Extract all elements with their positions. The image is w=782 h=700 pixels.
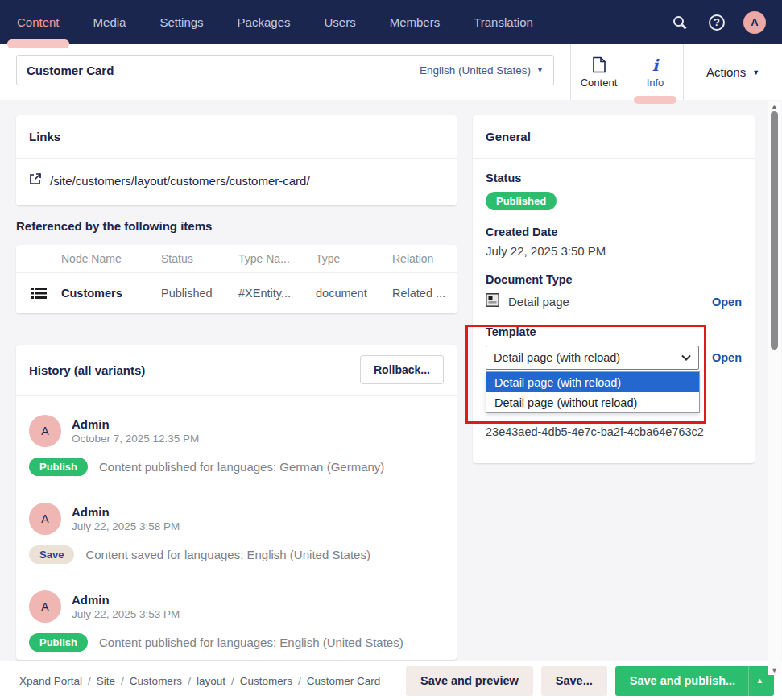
references-table: Node Name Status Type Na... Type Relatio… [16, 245, 457, 313]
top-navigation: Content Media Settings Packages Users Me… [0, 0, 782, 44]
created-date-value: July 22, 2025 3:50 PM [486, 244, 742, 258]
avatar: A [29, 415, 61, 447]
nav-item-users[interactable]: Users [307, 0, 372, 44]
left-column: Links /site/customers/layout/customers/c… [16, 115, 457, 660]
template-label: Template [486, 325, 742, 338]
node-title: Customer Card [27, 64, 114, 77]
nav-item-translation[interactable]: Translation [457, 0, 550, 44]
document-url-link[interactable]: /site/customers/layout/customers/custome… [50, 174, 310, 188]
links-panel: Links /site/customers/layout/customers/c… [16, 115, 457, 205]
open-template-link[interactable]: Open [712, 351, 742, 364]
nav-item-settings[interactable]: Settings [143, 0, 220, 44]
nav-item-content[interactable]: Content [0, 0, 77, 44]
history-list: A Admin October 7, 2025 12:35 PM Publish… [16, 396, 457, 660]
scroll-down-arrow[interactable]: ▼ [768, 665, 781, 675]
history-title: History (all variants) [29, 363, 145, 377]
option-with-reload[interactable]: Detail page (with reload) [486, 372, 699, 392]
active-section-indicator [7, 39, 69, 48]
breadcrumb-link[interactable]: Customers [130, 675, 182, 687]
info-workspace: Links /site/customers/layout/customers/c… [0, 100, 782, 661]
history-description: Content published for languages: German … [99, 460, 384, 474]
row-relation: Related ... [392, 287, 457, 300]
chevron-down-icon [681, 354, 691, 361]
save-and-publish-label: Save and publish... [615, 674, 748, 687]
document-type-icon [486, 293, 499, 310]
nav-label: Content [17, 15, 60, 29]
history-user: Admin [72, 505, 180, 519]
history-date: July 22, 2025 3:53 PM [72, 608, 180, 620]
breadcrumb-link[interactable]: Xpand Portal [19, 675, 82, 687]
breadcrumb-link[interactable]: Customers [240, 675, 292, 687]
language-variant-dropdown[interactable]: English (United States) ▼ [420, 64, 544, 77]
document-type-label: Document Type [486, 273, 742, 286]
column-status: Status [161, 245, 238, 272]
chevron-down-icon: ▼ [536, 66, 544, 74]
nav-item-members[interactable]: Members [373, 0, 457, 44]
rollback-button[interactable]: Rollback... [360, 355, 444, 384]
vertical-scrollbar[interactable]: ▲ ▼ [768, 101, 781, 675]
chevron-down-icon: ▼ [752, 68, 759, 77]
publish-badge: Publish [29, 633, 88, 652]
nav-label: Members [390, 15, 441, 29]
table-header-row: Node Name Status Type Na... Type Relatio… [16, 245, 457, 273]
general-panel: General Status Published Created Date Ju… [473, 115, 755, 463]
history-description: Content saved for languages: English (Un… [85, 548, 370, 561]
nav-label: Users [324, 15, 355, 29]
column-type-name: Type Na... [238, 245, 316, 272]
node-name-field[interactable]: Customer Card English (United States) ▼ [16, 55, 554, 85]
template-select[interactable]: Detail page (with reload) [486, 346, 699, 370]
history-entry: A Admin July 22, 2025 3:58 PM Save Conte… [29, 503, 444, 564]
right-column: General Status Published Created Date Ju… [473, 115, 755, 463]
content-header: Customer Card English (United States) ▼ … [0, 44, 782, 100]
tab-label: Content [581, 77, 618, 89]
history-panel: History (all variants) Rollback... A Adm… [16, 345, 457, 660]
breadcrumb-link[interactable]: layout [197, 675, 225, 687]
table-row[interactable]: Customers Published #XEntity... document… [16, 273, 457, 313]
row-type: document [316, 287, 392, 300]
nav-label: Translation [474, 15, 533, 29]
open-document-type-link[interactable]: Open [712, 296, 742, 309]
breadcrumb-current: Customer Card [307, 675, 381, 687]
row-type-name: #XEntity... [238, 287, 316, 300]
template-dropdown-list: Detail page (with reload) Detail page (w… [486, 371, 700, 413]
history-date: October 7, 2025 12:35 PM [72, 433, 199, 445]
tab-info[interactable]: i Info [627, 44, 683, 100]
user-avatar[interactable]: A [743, 11, 766, 34]
umbraco-backoffice: Content Media Settings Packages Users Me… [0, 0, 782, 700]
link-row: /site/customers/layout/customers/custome… [16, 159, 457, 205]
referenced-heading: Referenced by the following items [16, 219, 457, 233]
nav-label: Media [93, 15, 126, 29]
info-icon: i [652, 56, 659, 73]
column-relation: Relation [392, 245, 457, 272]
history-user: Admin [72, 593, 180, 607]
breadcrumb: Xpand Portal/ Site/ Customers/ layout/ C… [19, 675, 380, 687]
avatar: A [29, 503, 61, 535]
actions-dropdown-button[interactable]: Actions ▼ [683, 44, 782, 100]
option-without-reload[interactable]: Detail page (without reload) [486, 392, 699, 412]
nav-sections: Content Media Settings Packages Users Me… [0, 0, 550, 44]
history-user: Admin [72, 417, 199, 431]
history-date: July 22, 2025 3:58 PM [72, 520, 180, 532]
save-button[interactable]: Save... [541, 666, 607, 696]
scroll-up-arrow[interactable]: ▲ [768, 101, 781, 111]
breadcrumb-link[interactable]: Site [97, 675, 115, 687]
nav-label: Settings [159, 15, 203, 29]
list-view-icon [16, 287, 61, 300]
history-description: Content published for languages: English… [99, 636, 403, 649]
status-label: Status [486, 172, 742, 184]
referenced-node-link[interactable]: Customers [61, 287, 161, 300]
save-and-preview-button[interactable]: Save and preview [406, 666, 533, 696]
links-panel-title: Links [16, 115, 457, 159]
nav-utilities: ? A [669, 11, 782, 34]
help-icon[interactable]: ? [706, 12, 727, 33]
save-and-publish-button[interactable]: Save and publish... ▲ [615, 666, 774, 696]
tab-content[interactable]: Content [570, 44, 627, 100]
scrollbar-thumb[interactable] [771, 111, 778, 350]
column-type: Type [316, 245, 392, 272]
active-tab-indicator [634, 96, 676, 104]
nav-item-packages[interactable]: Packages [221, 0, 308, 44]
history-entry: A Admin October 7, 2025 12:35 PM Publish… [29, 415, 444, 476]
status-badge: Published [486, 192, 557, 210]
nav-item-media[interactable]: Media [77, 0, 143, 44]
search-icon[interactable] [669, 12, 690, 33]
